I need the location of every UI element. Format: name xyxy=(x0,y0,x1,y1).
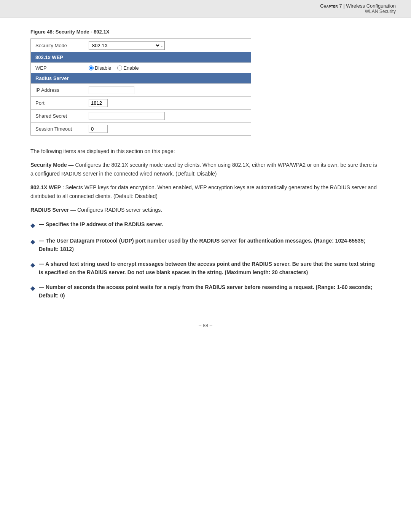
page-header: Chapter 7 | Wireless Configuration WLAN … xyxy=(0,0,411,18)
sub-title: WLAN Security xyxy=(320,9,396,14)
shared-secret-input[interactable] xyxy=(89,112,165,120)
session-timeout-input[interactable] xyxy=(89,125,108,133)
bullet-shared-content: — A shared text string used to encrypt m… xyxy=(39,260,381,277)
chapter-label: Chapter xyxy=(320,3,338,9)
shared-secret-row: Shared Secret xyxy=(31,110,251,123)
wep-disable-label[interactable]: Disable xyxy=(89,65,111,71)
bullet-diamond-icon: ◆ xyxy=(30,237,35,247)
bullet-port-content: — The User Datagram Protocol (UDP) port … xyxy=(39,236,381,254)
security-mode-row: Security Mode 802.1X ⌵ xyxy=(31,39,251,52)
wep-paragraph: 802.1X WEP : Selects WEP keys for data e… xyxy=(30,183,381,200)
figure-caption: Figure 48: Security Mode - 802.1X xyxy=(30,29,381,35)
list-item: ◆ — Number of seconds the access point w… xyxy=(30,283,381,300)
session-term: — Number of seconds the access point wai… xyxy=(39,284,373,299)
config-table-wrapper: Security Mode 802.1X ⌵ 802.1x WEP WEP xyxy=(30,38,251,136)
radius-term: RADIUS Server xyxy=(30,207,69,213)
page-number: – 88 – xyxy=(199,323,212,328)
list-item: ◆ — Specifies the IP address of the RADI… xyxy=(30,220,381,230)
security-mode-select[interactable]: 802.1X xyxy=(91,42,161,49)
radius-section-header-row: Radius Server xyxy=(31,73,251,84)
port-label: Port xyxy=(31,97,84,110)
wep-term: 802.1X WEP xyxy=(30,184,61,190)
port-value-cell xyxy=(84,97,251,110)
wep-desc: : Selects WEP keys for data encryption. … xyxy=(30,184,377,199)
header-right: Chapter 7 | Wireless Configuration WLAN … xyxy=(320,3,396,14)
shared-secret-label: Shared Secret xyxy=(31,110,84,123)
bullet-diamond-icon: ◆ xyxy=(30,283,35,293)
ip-address-input[interactable] xyxy=(89,86,134,94)
radius-paragraph: RADIUS Server — Configures RADIUS server… xyxy=(30,206,381,214)
security-mode-desc: — Configures the 802.1X security mode us… xyxy=(30,162,377,176)
port-term: — The User Datagram Protocol (UDP) port … xyxy=(39,238,365,252)
ip-address-label: IP Address xyxy=(31,84,84,97)
wep-section-header-row: 802.1x WEP xyxy=(31,52,251,63)
page-footer: – 88 – xyxy=(30,323,381,336)
port-input[interactable] xyxy=(89,99,108,107)
wep-radio-group: Disable Enable xyxy=(89,65,246,71)
bullet-diamond-icon: ◆ xyxy=(30,260,35,270)
shared-term: — A shared text string used to encrypt m… xyxy=(39,261,375,275)
chapter-title: Wireless Configuration xyxy=(346,3,396,9)
list-item: ◆ — A shared text string used to encrypt… xyxy=(30,260,381,277)
security-mode-paragraph: Security Mode — Configures the 802.1X se… xyxy=(30,161,381,178)
bullet-list: ◆ — Specifies the IP address of the RADI… xyxy=(30,220,381,300)
session-timeout-label: Session Timeout xyxy=(31,123,84,136)
chevron-down-icon: ⌵ xyxy=(161,43,163,48)
security-mode-label: Security Mode xyxy=(31,39,84,52)
wep-value-cell: Disable Enable xyxy=(84,63,251,73)
radius-section-header: Radius Server xyxy=(31,73,251,84)
body-text: The following items are displayed in thi… xyxy=(30,147,381,214)
security-mode-select-wrapper[interactable]: 802.1X ⌵ xyxy=(89,41,165,50)
session-timeout-value-cell xyxy=(84,123,251,136)
bullet-session-content: — Number of seconds the access point wai… xyxy=(39,283,381,300)
radius-desc: — Configures RADIUS server settings. xyxy=(70,207,162,213)
wep-section-header: 802.1x WEP xyxy=(31,52,251,63)
ip-address-row: IP Address xyxy=(31,84,251,97)
config-table: Security Mode 802.1X ⌵ 802.1x WEP WEP xyxy=(31,39,251,135)
chapter-line: Chapter 7 | Wireless Configuration xyxy=(320,3,396,9)
wep-enable-radio[interactable] xyxy=(117,66,122,70)
bullet-ip-content: — Specifies the IP address of the RADIUS… xyxy=(39,220,381,228)
chapter-number: 7 xyxy=(339,3,342,9)
list-item: ◆ — The User Datagram Protocol (UDP) por… xyxy=(30,236,381,254)
wep-disable-radio[interactable] xyxy=(89,66,94,70)
wep-enable-label[interactable]: Enable xyxy=(117,65,139,71)
port-row: Port xyxy=(31,97,251,110)
shared-secret-value-cell xyxy=(84,110,251,123)
wep-row: WEP Disable Enable xyxy=(31,63,251,73)
main-content: Figure 48: Security Mode - 802.1X Securi… xyxy=(0,18,411,359)
chapter-separator: | xyxy=(343,3,344,9)
ip-term: — Specifies the IP address of the RADIUS… xyxy=(39,221,163,227)
security-mode-term: Security Mode xyxy=(30,162,67,168)
session-timeout-row: Session Timeout xyxy=(31,123,251,136)
bullet-diamond-icon: ◆ xyxy=(30,220,35,230)
security-mode-value-cell: 802.1X ⌵ xyxy=(84,39,251,52)
ip-address-value-cell xyxy=(84,84,251,97)
wep-label: WEP xyxy=(31,63,84,73)
intro-paragraph: The following items are displayed in thi… xyxy=(30,147,381,155)
